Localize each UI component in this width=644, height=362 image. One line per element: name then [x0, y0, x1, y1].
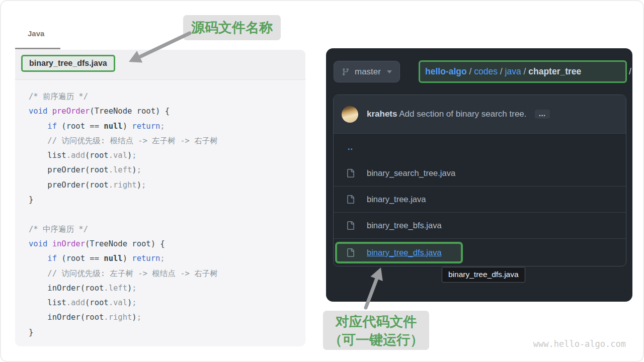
code-token: [29, 254, 47, 263]
code-line: if (root == null) return;: [29, 251, 305, 266]
code-token: ;: [137, 313, 141, 322]
file-icon: [346, 221, 355, 230]
code-token: .left: [109, 165, 132, 174]
code-token: (TreeNode root) {: [85, 239, 165, 248]
code-token: // 访问优先级: 根结点 -> 左子树 -> 右子树: [29, 136, 218, 145]
tab-active-indicator: [15, 48, 60, 49]
repo-file-list-box: krahets Add section of binary search tre…: [333, 95, 626, 266]
code-line: preOrder(root.right);: [29, 178, 305, 193]
code-token: ): [123, 254, 132, 263]
code-token: (root: [85, 151, 109, 160]
breadcrumb-separator: /: [498, 66, 505, 77]
code-line: // 访问优先级: 根结点 -> 左子树 -> 右子树: [29, 134, 305, 148]
git-branch-icon: [342, 68, 350, 76]
code-token: return: [132, 254, 160, 263]
code-token: ;: [132, 151, 136, 160]
code-listing: /* 前序遍历 */void preOrder(TreeNode root) {…: [15, 80, 305, 340]
code-token: ;: [160, 122, 165, 131]
chevron-down-icon: [387, 70, 392, 73]
code-token: ): [127, 151, 132, 160]
commit-more-button[interactable]: …: [535, 110, 550, 119]
code-token: list: [29, 151, 66, 160]
file-link[interactable]: binary_tree_bfs.java: [367, 221, 442, 230]
code-line: void preOrder(TreeNode root) {: [29, 104, 305, 119]
file-row[interactable]: binary_tree_bfs.java: [334, 212, 626, 238]
code-token: // 访问优先级: 左子树 -> 根结点 -> 右子树: [29, 269, 218, 278]
file-icon: [346, 195, 355, 204]
breadcrumb-separator: /: [467, 66, 474, 77]
code-token: .add: [66, 298, 85, 307]
file-link[interactable]: binary_tree_dfs.java: [367, 248, 442, 257]
code-line: [29, 207, 305, 222]
code-token: ): [123, 122, 132, 131]
code-token: .right: [109, 180, 137, 190]
code-token: .add: [66, 151, 85, 160]
code-token: (root ==: [57, 254, 104, 263]
code-token: null: [104, 254, 122, 263]
breadcrumb-segment-codes[interactable]: codes: [474, 66, 498, 77]
parent-directory-link[interactable]: ..: [348, 142, 353, 152]
code-token: ): [127, 284, 132, 293]
parent-directory-row[interactable]: ..: [334, 134, 626, 160]
file-icon: [346, 169, 355, 177]
code-token: inOrder: [52, 239, 85, 248]
code-line: inOrder(root.right);: [29, 310, 305, 325]
file-row[interactable]: binary_search_tree.java: [334, 160, 626, 186]
code-line: if (root == null) return;: [29, 119, 305, 134]
code-token: inOrder(root: [29, 284, 104, 293]
code-token: [29, 122, 47, 131]
code-line: /* 前序遍历 */: [29, 89, 305, 104]
code-token: }: [29, 195, 33, 204]
breadcrumb-segment-java[interactable]: java: [505, 66, 521, 77]
code-line: list.add(root.val);: [29, 296, 305, 310]
code-token: preOrder(root: [29, 180, 109, 190]
code-token: ): [127, 298, 132, 307]
code-line: }: [29, 193, 305, 207]
code-token: .left: [104, 284, 127, 293]
code-token: preOrder: [52, 107, 90, 116]
code-token: ;: [160, 254, 165, 263]
branch-selector-button[interactable]: master: [334, 61, 400, 82]
code-line: void inOrder(TreeNode root) {: [29, 237, 305, 251]
code-token: return: [132, 122, 160, 131]
code-token: /* 前序遍历 */: [29, 92, 88, 101]
branch-name: master: [355, 67, 381, 77]
file-link[interactable]: binary_search_tree.java: [367, 168, 455, 178]
annotation-code-file: 对应代码文件 （可一键运行）: [323, 311, 429, 350]
code-line: // 访问优先级: 左子树 -> 根结点 -> 右子树: [29, 266, 305, 281]
code-token: ): [137, 180, 141, 190]
code-token: .val: [109, 298, 127, 307]
breadcrumb-trailing-slash: /: [629, 60, 631, 83]
commit-message: krahets Add section of binary search tre…: [367, 109, 527, 119]
file-row[interactable]: binary_tree_dfs.java: [334, 238, 626, 266]
code-token: inOrder(root: [29, 313, 104, 322]
file-tooltip: binary_tree_dfs.java: [442, 267, 525, 283]
annotation-source-filename: 源码文件名称: [183, 15, 281, 40]
code-token: ): [132, 165, 136, 174]
code-token: (root ==: [57, 122, 104, 131]
code-token: list: [29, 298, 66, 307]
code-token: (TreeNode root) {: [90, 107, 170, 116]
repo-toolbar: master hello-algo / codes / java / chapt…: [334, 60, 632, 83]
code-token: void: [29, 239, 47, 248]
site-watermark: www.hello-algo.com: [533, 339, 626, 349]
code-token: .right: [104, 313, 132, 322]
code-line: list.add(root.val);: [29, 148, 305, 163]
commit-author[interactable]: krahets: [367, 109, 397, 119]
code-token: ;: [141, 180, 146, 190]
code-token: ): [132, 313, 136, 322]
tab-java[interactable]: Java: [28, 29, 44, 38]
code-token: ;: [132, 284, 136, 293]
avatar[interactable]: [342, 106, 358, 123]
code-token: void: [29, 107, 47, 116]
breadcrumb-segment-hello-algo[interactable]: hello-algo: [425, 66, 467, 77]
code-line: preOrder(root.left);: [29, 163, 305, 177]
code-token: ;: [137, 165, 141, 174]
file-row[interactable]: binary_tree.java: [334, 186, 626, 212]
annotation-arrow-bottom: [357, 263, 392, 311]
code-token: }: [29, 328, 33, 337]
code-block-card: binary_tree_dfs.java /* 前序遍历 */void preO…: [15, 50, 305, 346]
file-link[interactable]: binary_tree.java: [367, 195, 426, 204]
code-token: if: [47, 122, 57, 131]
source-filename-badge: binary_tree_dfs.java: [21, 55, 115, 72]
